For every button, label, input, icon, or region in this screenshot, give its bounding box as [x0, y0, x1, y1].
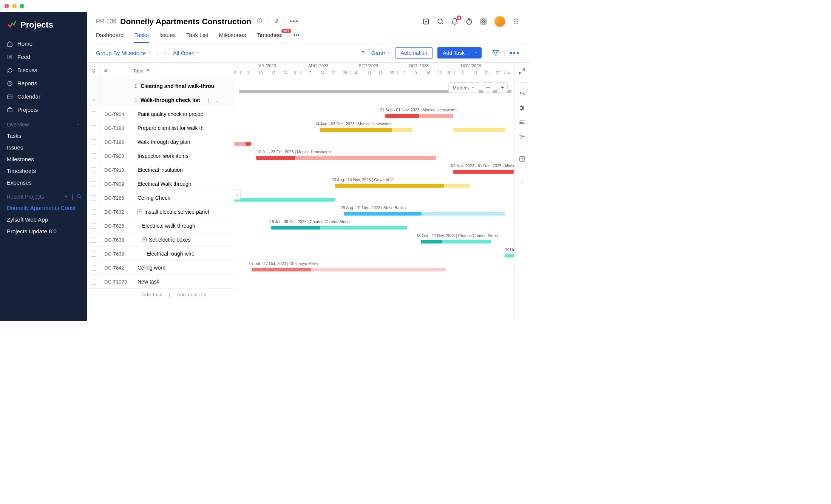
tab-timesheet[interactable]: Timesheet99+ [256, 29, 283, 43]
apps-grid-button[interactable] [512, 18, 520, 25]
gantt-bar[interactable] [505, 254, 514, 257]
search-icon[interactable] [76, 194, 82, 199]
nav-home[interactable]: Home [0, 37, 87, 50]
overview-milestones[interactable]: Milestones [0, 153, 87, 165]
gantt-bar[interactable] [295, 156, 436, 160]
tab-task-list[interactable]: Task List [186, 29, 208, 43]
app-logo[interactable]: Projects [0, 16, 87, 37]
task-row[interactable]: DC-T913 Electrical insulation [87, 163, 234, 177]
flag-icon[interactable] [146, 68, 151, 73]
zoom-dropdown[interactable]: Months [448, 82, 479, 93]
chevron-down-icon[interactable] [91, 98, 96, 102]
gantt-chart[interactable]: ‹ JUL '2023AUG '2023SEP '2023OCT '2023NO… [234, 63, 514, 321]
baseline-icon[interactable] [519, 119, 525, 126]
task-row[interactable]: DC-T183 Prepare client list for walk th [87, 121, 234, 135]
gantt-bar[interactable] [246, 142, 251, 146]
gantt-bar[interactable] [344, 212, 422, 216]
zoom-in-button[interactable]: + [497, 82, 508, 93]
add-button[interactable] [422, 18, 430, 25]
recent-project-1[interactable]: Donnelly Apartments Const [0, 202, 87, 214]
tabs-more[interactable]: ••• [293, 29, 300, 43]
more-icon[interactable]: ••• [289, 18, 299, 26]
task-checkbox[interactable] [91, 209, 96, 215]
notifications-button[interactable]: 9 [451, 18, 459, 25]
task-checkbox[interactable] [91, 111, 96, 117]
task-row[interactable]: DC-T638 + Set electric boxes [87, 233, 234, 247]
task-row[interactable]: DC-T639 Electrical rough-wire [87, 247, 234, 261]
sort-icon[interactable] [215, 98, 219, 102]
recent-project-2[interactable]: Zylsoft Web App [0, 214, 87, 225]
overview-timesheets[interactable]: Timesheets [0, 165, 87, 177]
gantt-bar[interactable] [442, 240, 491, 244]
task-row[interactable]: DC-T904 Paint quality check in projec [87, 107, 234, 121]
gantt-bar[interactable] [453, 170, 514, 174]
window-close[interactable] [5, 4, 9, 8]
milestone-row[interactable]: Cleaning and final walk-throu [87, 79, 234, 93]
tab-issues[interactable]: Issues [159, 29, 176, 43]
recent-project-3[interactable]: Projects Update 8.0 [0, 225, 87, 237]
task-row[interactable]: DC-T626 Electrical walk-through [87, 219, 234, 233]
subgroup-row[interactable]: Walk-through check list | [87, 93, 234, 107]
gantt-bar[interactable] [311, 268, 446, 271]
gantt-bar[interactable] [419, 114, 453, 118]
nav-feed[interactable]: Feed [0, 50, 87, 63]
gantt-bar[interactable] [421, 240, 442, 244]
tab-milestones[interactable]: Milestones [219, 29, 246, 43]
info-icon[interactable] [256, 18, 263, 24]
task-row[interactable]: DC-T266 Ceiling Check [87, 191, 234, 205]
user-avatar[interactable] [494, 16, 505, 27]
task-row[interactable]: DC-T903 Inspection work items [87, 149, 234, 163]
tab-tasks[interactable]: Tasks [134, 29, 148, 43]
gantt-bar[interactable] [252, 268, 311, 271]
expand-icon[interactable] [519, 68, 525, 75]
filter-icon[interactable] [63, 194, 69, 199]
edit-icon[interactable] [273, 18, 279, 24]
tab-dashboard[interactable]: Dashboard [96, 29, 124, 43]
footer-add-list[interactable]: Add Task List [177, 292, 206, 297]
task-row[interactable]: DC-T909 Electrical Walk through [87, 177, 234, 191]
status-filter-dropdown[interactable]: All Open [173, 50, 200, 56]
search-button[interactable] [437, 18, 444, 25]
timer-button[interactable] [465, 18, 473, 25]
nav-reports[interactable]: Reports [0, 77, 87, 90]
task-checkbox[interactable] [91, 181, 96, 187]
overview-tasks[interactable]: Tasks [0, 130, 87, 142]
col-number[interactable]: # [100, 63, 129, 79]
gantt-bar[interactable] [234, 198, 335, 202]
task-row[interactable]: DC-T642 Celing work [87, 261, 234, 275]
filter-funnel-icon[interactable] [492, 49, 499, 56]
task-checkbox[interactable] [91, 125, 96, 131]
add-task-button[interactable]: Add Task [437, 47, 470, 59]
gantt-bar[interactable] [320, 226, 407, 230]
gantt-bar[interactable] [392, 128, 412, 132]
nav-projects[interactable]: Projects [0, 103, 87, 116]
group-by-dropdown[interactable]: Group By Milestone [96, 50, 151, 56]
overview-expenses[interactable]: Expenses [0, 177, 87, 188]
task-checkbox[interactable] [91, 139, 96, 145]
task-checkbox[interactable] [91, 265, 96, 271]
settings-sliders-icon[interactable] [519, 105, 525, 111]
task-row[interactable]: DC-T186 Walk-through day plan [87, 135, 234, 149]
gantt-bar[interactable] [453, 128, 505, 132]
overview-section[interactable]: Overview [0, 116, 87, 130]
window-minimize[interactable] [12, 4, 17, 8]
task-checkbox[interactable] [91, 251, 96, 257]
collapse-all-icon[interactable] [91, 68, 96, 74]
gantt-bar[interactable] [256, 156, 295, 160]
zoom-out-button[interactable]: − [483, 82, 493, 93]
collapse-grid-handle[interactable]: ‹ [234, 189, 241, 200]
gantt-bar[interactable] [335, 184, 444, 188]
col-task[interactable]: Task [133, 68, 143, 74]
export-icon[interactable] [519, 156, 525, 162]
gantt-bar[interactable] [422, 212, 505, 216]
task-checkbox[interactable] [91, 237, 96, 243]
toolbar-more[interactable]: ••• [510, 49, 520, 57]
gantt-bar[interactable] [234, 142, 246, 146]
rail-more[interactable]: ⋮ [519, 178, 525, 185]
task-checkbox[interactable] [91, 223, 96, 229]
gantt-bar[interactable] [444, 184, 470, 188]
task-row[interactable]: DC-T632 + Install electric service panel [87, 205, 234, 219]
add-task-caret[interactable] [470, 47, 482, 59]
task-checkbox[interactable] [91, 153, 96, 159]
nav-discuss[interactable]: Discuss [0, 63, 87, 77]
